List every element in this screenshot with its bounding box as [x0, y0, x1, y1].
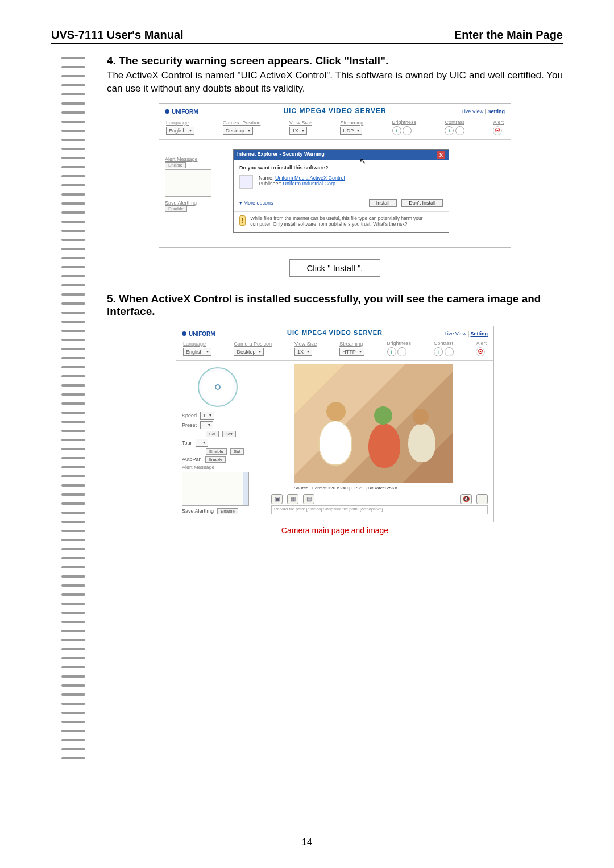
source-info: Source : Format:320 x 240 | FPS:1 | BitR…: [294, 485, 488, 491]
screenshot-security-warning: UNIFORM Live View | Setting UIC MPEG4 VI…: [159, 103, 511, 248]
alert-enable-button[interactable]: Enable: [165, 162, 186, 168]
step-4-text: The ActiveX Control is named "UIC Active…: [107, 69, 563, 95]
screenshot-camera-page: UNIFORM Live View | Setting UIC MPEG4 VI…: [176, 326, 494, 522]
software-name-link[interactable]: Uniform Media ActiveX Control: [275, 175, 345, 181]
server-title: UIC MPEG4 VIDEO SERVER: [165, 107, 505, 115]
setting-link[interactable]: Setting: [488, 109, 505, 114]
language-select[interactable]: English: [166, 127, 194, 135]
publisher-link[interactable]: Uniform Industrial Corp.: [283, 181, 337, 186]
tour-enable-button[interactable]: Enable: [206, 448, 227, 455]
uniform-logo: UNIFORM: [165, 109, 198, 115]
alert-message-box: [165, 169, 211, 197]
step-4-heading: 4. The security warning screen appears. …: [107, 55, 563, 67]
page-header: UVS-7111 User's Manual Enter the Main Pa…: [51, 28, 563, 44]
go-button[interactable]: Go: [206, 431, 219, 437]
autopan-enable-button[interactable]: Enable: [205, 456, 226, 463]
save-alertimg-disable[interactable]: Disable: [165, 206, 187, 212]
step-5-heading: 5. When ActiveX Control is installed suc…: [107, 293, 563, 318]
tour-select[interactable]: [196, 439, 209, 447]
ptz-control[interactable]: [198, 367, 238, 407]
live-view-link[interactable]: Live View: [462, 109, 483, 114]
cursor-icon: ↖: [359, 156, 367, 166]
streaming-select-2[interactable]: HTTP: [339, 348, 364, 356]
set-button[interactable]: Set: [222, 431, 236, 437]
software-icon: [239, 175, 253, 189]
save-alertimg-enable[interactable]: Enable: [217, 508, 238, 514]
uniform-logo-2: UNIFORM: [182, 331, 215, 337]
spiral-binding: // fallback: rendered below via JS after…: [61, 57, 85, 834]
brightness-plus[interactable]: +: [392, 126, 401, 135]
section-title: Enter the Main Page: [454, 28, 563, 41]
alert-message-box-2: [182, 472, 249, 506]
setting-link-2[interactable]: Setting: [471, 331, 488, 337]
dont-install-button[interactable]: Don't Install: [401, 199, 443, 207]
mute-icon[interactable]: 🔇: [460, 494, 472, 504]
snapshot-icon[interactable]: ▦: [287, 494, 298, 504]
option-icon[interactable]: ⋯: [476, 494, 488, 504]
streaming-select[interactable]: UDP: [340, 127, 362, 135]
tour-set-button[interactable]: Set: [230, 448, 244, 455]
folder-icon[interactable]: ▤: [303, 494, 314, 504]
preset-select[interactable]: [200, 421, 213, 429]
page-number: 14: [0, 837, 614, 848]
camera-position-select[interactable]: Desktop: [223, 127, 253, 135]
figure-caption: Camera main page and image: [107, 526, 563, 535]
language-select-2[interactable]: English: [183, 348, 211, 356]
brightness-minus[interactable]: −: [403, 126, 412, 135]
view-size-select[interactable]: 1X: [289, 127, 307, 135]
install-callout: Click " Install ".: [289, 259, 380, 277]
path-info: Record file path: [c/video] Snapshot fil…: [271, 505, 488, 514]
shield-icon: !: [239, 215, 246, 226]
alert-panel: Alert Message Enable Save AlertImg Disab…: [165, 153, 216, 211]
alert-icon[interactable]: ⦿: [493, 126, 502, 135]
install-button[interactable]: Install: [369, 199, 397, 207]
record-icon[interactable]: ▣: [271, 494, 283, 504]
close-icon[interactable]: X: [437, 151, 445, 159]
speed-select[interactable]: 1: [200, 412, 214, 420]
contrast-plus[interactable]: +: [445, 126, 454, 135]
live-view-link-2[interactable]: Live View: [445, 331, 466, 337]
contrast-minus[interactable]: −: [455, 126, 464, 135]
more-options[interactable]: ▾ More options: [239, 200, 273, 206]
camera-video: [294, 364, 453, 483]
whats-the-risk-link[interactable]: What's the risk?: [373, 221, 407, 227]
ie-question: Do you want to install this software?: [239, 165, 443, 171]
ie-security-dialog: Internet Explorer - Security WarningX Do…: [233, 149, 449, 233]
alert-icon-2[interactable]: ⦿: [476, 347, 485, 356]
view-links: Live View | Setting: [462, 109, 505, 114]
camera-position-select-2[interactable]: Desktop: [234, 348, 264, 356]
view-size-select-2[interactable]: 1X: [294, 348, 312, 356]
manual-title: UVS-7111 User's Manual: [51, 28, 184, 41]
ie-dialog-title: Internet Explorer - Security Warning: [237, 151, 325, 159]
